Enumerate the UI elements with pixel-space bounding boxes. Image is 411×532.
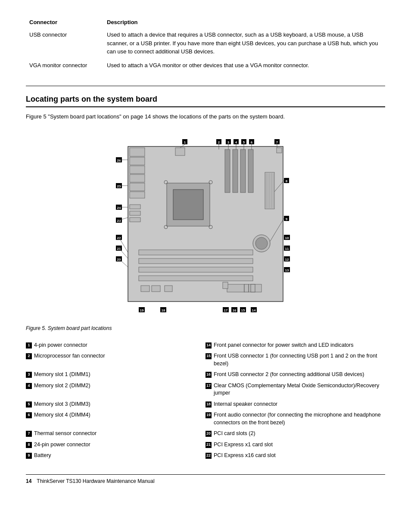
part-badge: 9: [26, 453, 32, 459]
connector-description: Used to attach a device that requires a …: [103, 29, 385, 59]
svg-text:12: 12: [285, 258, 289, 261]
svg-rect-7: [225, 149, 230, 193]
part-text: Front audio connector (for connecting th…: [214, 411, 382, 426]
part-text: Memory slot 2 (DIMM2): [34, 382, 90, 390]
svg-text:22: 22: [117, 236, 121, 240]
svg-rect-28: [130, 218, 140, 222]
svg-text:2: 2: [218, 140, 220, 144]
table-row: VGA monitor connector Used to attach a V…: [26, 59, 385, 73]
svg-text:14: 14: [252, 308, 256, 312]
connector-table: Connector Description USB connector Used…: [26, 17, 385, 73]
svg-text:20: 20: [117, 258, 121, 261]
part-text: Front USB connector 1 (for connecting US…: [214, 352, 382, 367]
part-text: PCI card slots (2): [214, 430, 255, 438]
svg-text:4: 4: [235, 140, 237, 144]
part-text: Memory slot 3 (DIMM3): [34, 401, 90, 408]
svg-text:9: 9: [286, 217, 288, 221]
part-text: Front USB connector 2 (for connecting ad…: [214, 371, 364, 379]
part-text: Front panel connector for power switch a…: [214, 342, 353, 349]
connector-description: Used to attach a VGA monitor or other de…: [103, 59, 385, 73]
part-badge: 16: [206, 372, 212, 378]
list-item: 21 PCI Express x1 card slot: [206, 439, 385, 451]
svg-text:5: 5: [243, 140, 245, 144]
part-badge: 14: [206, 342, 212, 348]
part-badge: 20: [206, 431, 212, 437]
board-diagram: 1 2 3 4 5 6 7 8 9: [98, 131, 313, 321]
diagram-wrapper: 1 2 3 4 5 6 7 8 9: [98, 131, 313, 321]
svg-rect-9: [240, 149, 246, 193]
svg-text:18: 18: [162, 308, 165, 312]
svg-rect-38: [223, 282, 228, 289]
svg-text:26: 26: [117, 159, 121, 162]
svg-rect-40: [244, 284, 249, 292]
list-item: 6 Memory slot 4 (DIMM4): [26, 410, 206, 428]
part-text: Internal speaker connector: [214, 401, 277, 408]
svg-text:25: 25: [117, 184, 121, 188]
part-text: Microprocessor fan connector: [34, 352, 105, 360]
list-item: 1 4-pin power connector: [26, 340, 206, 351]
part-text: 24-pin power connector: [34, 441, 90, 449]
svg-rect-27: [130, 211, 140, 215]
svg-text:23: 23: [117, 219, 121, 223]
part-badge: 1: [26, 342, 32, 348]
svg-rect-36: [152, 286, 160, 292]
svg-rect-31: [139, 267, 253, 272]
part-badge: 5: [26, 401, 32, 408]
svg-rect-29: [139, 250, 253, 255]
part-text: PCI Express x1 card slot: [214, 441, 273, 449]
svg-rect-8: [233, 149, 238, 193]
list-item: 14 Front panel connector for power switc…: [206, 340, 385, 351]
col-header-description: Description: [103, 17, 385, 29]
part-badge: 18: [206, 401, 212, 408]
svg-text:7: 7: [276, 140, 278, 144]
part-text: Clear CMOS (Complementary Metal Oxide Se…: [214, 382, 382, 397]
svg-rect-33: [227, 284, 244, 292]
svg-rect-30: [139, 258, 253, 264]
figure-caption: Figure 5. System board part locations: [26, 325, 385, 331]
svg-rect-22: [130, 166, 145, 174]
svg-text:3: 3: [227, 140, 230, 144]
svg-rect-24: [130, 183, 145, 191]
section-divider: [26, 86, 385, 86]
part-text: 4-pin power connector: [34, 342, 87, 349]
list-item: 19 Front audio connector (for connecting…: [206, 410, 385, 428]
svg-text:13: 13: [285, 268, 289, 272]
part-badge: 19: [206, 412, 212, 418]
part-badge: 3: [26, 372, 32, 378]
svg-rect-39: [165, 286, 172, 292]
part-badge: 2: [26, 353, 32, 359]
svg-text:19: 19: [140, 308, 144, 312]
part-text: Battery: [34, 452, 51, 460]
intro-text: Figure 5 "System board part locations" o…: [26, 112, 385, 121]
connector-name: USB connector: [26, 29, 103, 59]
list-item: 22 PCI Express x16 card slot: [206, 450, 385, 461]
svg-text:17: 17: [224, 308, 228, 312]
list-item: 4 Memory slot 2 (DIMM2): [26, 380, 206, 399]
list-item: 3 Memory slot 1 (DIMM1): [26, 369, 206, 380]
part-badge: 7: [26, 431, 32, 437]
list-item: 18 Internal speaker connector: [206, 399, 385, 410]
svg-rect-41: [251, 284, 255, 292]
list-item: 9 Battery: [26, 450, 206, 461]
svg-text:21: 21: [117, 247, 121, 251]
svg-text:10: 10: [285, 236, 289, 240]
svg-text:11: 11: [285, 247, 289, 251]
part-badge: 22: [206, 453, 212, 459]
svg-point-18: [255, 237, 268, 249]
col-header-connector: Connector: [26, 17, 103, 29]
list-item: 7 Thermal sensor connector: [26, 428, 206, 439]
part-text: Thermal sensor connector: [34, 430, 97, 438]
list-item: 5 Memory slot 3 (DIMM3): [26, 399, 206, 410]
parts-list: 1 4-pin power connector 14 Front panel c…: [26, 340, 385, 461]
part-badge: 6: [26, 412, 32, 418]
list-item: 15 Front USB connector 1 (for connecting…: [206, 351, 385, 369]
list-item: 8 24-pin power connector: [26, 439, 206, 451]
list-item: 17 Clear CMOS (Complementary Metal Oxide…: [206, 380, 385, 399]
svg-text:6: 6: [251, 140, 253, 144]
part-badge: 17: [206, 383, 212, 389]
part-text: PCI Express x16 card slot: [214, 452, 276, 460]
svg-rect-25: [130, 192, 145, 198]
svg-rect-32: [139, 276, 253, 281]
part-text: Memory slot 4 (DIMM4): [34, 411, 90, 419]
svg-text:1: 1: [184, 140, 186, 144]
